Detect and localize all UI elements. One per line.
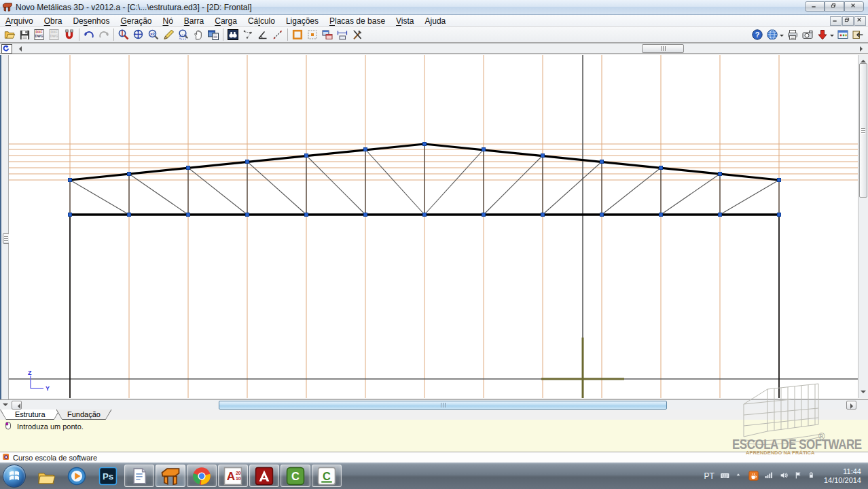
move-points-icon[interactable]: [240, 28, 255, 41]
pan-hand-icon[interactable]: [191, 28, 206, 41]
svg-text:Z: Z: [28, 369, 32, 376]
menu-ligacoes[interactable]: Ligações: [281, 16, 324, 26]
svg-text:?: ?: [755, 31, 760, 39]
edit-pencil-icon[interactable]: [161, 28, 176, 41]
zoom-x2-icon[interactable]: x2: [146, 28, 161, 41]
minimize-button[interactable]: [805, 1, 825, 12]
flag-icon[interactable]: [795, 471, 804, 481]
bottom-scrollbar-thumb[interactable]: [219, 401, 667, 410]
close-button[interactable]: [844, 1, 864, 12]
mdi-restore-button[interactable]: [842, 16, 854, 26]
zoom-fit-icon[interactable]: [131, 28, 146, 41]
camera-icon[interactable]: [800, 28, 815, 41]
svg-text:10: 10: [236, 476, 241, 481]
left-rotate-scrollbar[interactable]: [0, 55, 9, 399]
open-folder-icon[interactable]: [2, 28, 17, 41]
svg-text:DWG: DWG: [35, 34, 43, 38]
clock[interactable]: 11:4414/10/2014: [824, 467, 861, 485]
printer-icon[interactable]: [785, 28, 800, 41]
dimension-line-icon[interactable]: [270, 28, 285, 41]
taskbar-media-player-button[interactable]: [62, 465, 92, 487]
window-controls: [805, 1, 864, 12]
menu-items: ArquivoObraDesenhosGeraçãoNóBarraCargaCá…: [0, 16, 451, 26]
zoom-region-icon[interactable]: [176, 28, 191, 41]
taskbar-autocad-button[interactable]: A2010: [218, 465, 248, 487]
collapse-icon[interactable]: [3, 403, 8, 409]
drawing-canvas[interactable]: ZY: [9, 55, 858, 398]
taskbar: PsA2010CC PT11:4414/10/2014: [0, 463, 868, 489]
dimension-text-icon[interactable]: [335, 28, 350, 41]
scroll-right-icon[interactable]: [860, 46, 865, 52]
menu-ajuda[interactable]: Ajuda: [420, 16, 452, 26]
taskbar-camtasia-recorder-button[interactable]: C: [281, 465, 310, 487]
search-binoculars-icon[interactable]: [225, 28, 240, 41]
copy-window-icon[interactable]: [206, 28, 221, 41]
tab-estrutura[interactable]: Estrutura: [0, 410, 60, 420]
taskbar-metalicas-3d-button[interactable]: [156, 465, 185, 487]
title-bar: Novo Metálicas 3D - v2012.a - [C:\...\es…: [0, 0, 868, 15]
redo-disabled-icon[interactable]: [96, 28, 111, 41]
menu-placas-de-base[interactable]: Placas de base: [324, 16, 391, 26]
angle-measure-icon[interactable]: [255, 28, 270, 41]
dropdown-arrow-icon[interactable]: [830, 35, 834, 39]
taskbar-adobe-reader-button[interactable]: [249, 465, 279, 487]
menu-calculo[interactable]: Cálculo: [242, 16, 281, 26]
toolbar-separator: [223, 29, 223, 41]
taskbar-chrome-button[interactable]: [187, 465, 217, 487]
tray-arrow-icon[interactable]: [736, 472, 744, 480]
language-indicator[interactable]: PT: [704, 471, 715, 481]
exit-icon[interactable]: [850, 28, 865, 41]
taskbar-explorer-button[interactable]: [31, 465, 60, 487]
scroll-left-button[interactable]: [12, 401, 22, 410]
network-icon[interactable]: [764, 471, 775, 481]
keyboard-icon[interactable]: [719, 471, 731, 481]
volume-icon[interactable]: [780, 471, 790, 481]
undo-icon[interactable]: [82, 28, 96, 41]
tab-fundacao[interactable]: Fundação: [56, 410, 112, 420]
panels-icon[interactable]: [835, 28, 850, 41]
start-button[interactable]: [3, 465, 26, 488]
export-red-icon[interactable]: [815, 28, 830, 41]
globe-icon[interactable]: [765, 28, 780, 41]
grid-center-icon[interactable]: [305, 28, 320, 41]
snap-magnet-icon[interactable]: [62, 28, 77, 41]
rotate-view-button[interactable]: [1, 44, 12, 54]
recorder-icon: [2, 453, 10, 463]
top-scrollbar-thumb[interactable]: [642, 44, 684, 53]
menu-desenhos[interactable]: Desenhos: [67, 16, 115, 26]
export-dxf-disabled-icon[interactable]: DXFDWG: [47, 28, 62, 41]
taskbar-notepad-button[interactable]: [124, 465, 154, 487]
restore-button[interactable]: [825, 1, 844, 12]
java-icon[interactable]: [748, 471, 759, 482]
battery-icon[interactable]: [809, 471, 816, 481]
taskbar-photoshop-button[interactable]: Ps: [93, 465, 123, 487]
menu-no[interactable]: Nó: [157, 16, 178, 26]
scroll-down-icon[interactable]: [861, 391, 866, 396]
menu-arquivo[interactable]: Arquivo: [0, 16, 39, 26]
dropdown-arrow-icon[interactable]: [780, 35, 784, 39]
menu-vista[interactable]: Vista: [391, 16, 419, 26]
svg-text:20: 20: [236, 471, 241, 475]
menu-carga[interactable]: Carga: [209, 16, 242, 26]
scroll-up-icon[interactable]: [861, 57, 866, 62]
mdi-close-button[interactable]: [854, 16, 866, 26]
save-icon[interactable]: [17, 28, 32, 41]
new-window-icon[interactable]: [290, 28, 305, 41]
zoom-window-icon[interactable]: [116, 28, 131, 41]
import-dxf-icon[interactable]: DXFDWG: [32, 28, 47, 41]
mdi-minimize-button[interactable]: [830, 16, 842, 26]
toolbar: DXFDWGDXFDWGx2 ?: [0, 27, 868, 43]
menu-obra[interactable]: Obra: [39, 16, 68, 26]
scroll-left-icon[interactable]: [16, 46, 22, 52]
right-scrollbar[interactable]: [858, 55, 868, 398]
app-icon: [2, 2, 13, 13]
scroll-right-button[interactable]: [846, 401, 856, 410]
help-icon[interactable]: ?: [750, 28, 765, 41]
right-scrollbar-thumb[interactable]: [859, 63, 867, 198]
menu-geracao[interactable]: Geração: [115, 16, 157, 26]
windows-tile-icon[interactable]: [320, 28, 335, 41]
menu-barra[interactable]: Barra: [179, 16, 209, 26]
taskbar-camtasia-studio-button[interactable]: C: [312, 465, 342, 487]
tools-icon[interactable]: [350, 28, 365, 41]
recorder-bar: Curso escola de software: [0, 452, 868, 463]
